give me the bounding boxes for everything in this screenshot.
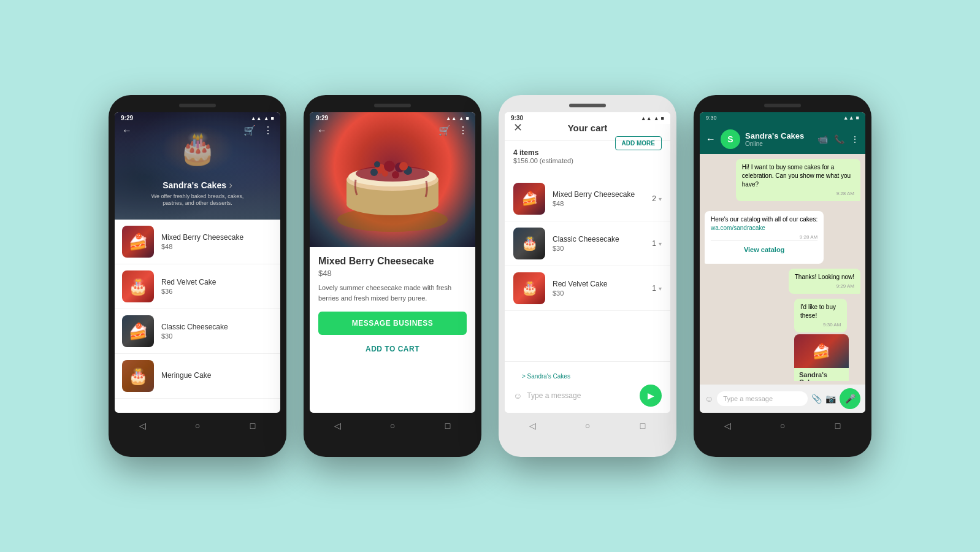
- wa-back-icon[interactable]: ←: [706, 134, 716, 145]
- phone-2-nav: ◁ ○ □: [310, 413, 475, 435]
- wa-messages: Hi! I want to buy some cakes for a celeb…: [700, 154, 865, 381]
- wa-attachment-icon[interactable]: 📎: [811, 394, 822, 404]
- cart-item-3-info: Red Velvet Cake $30: [553, 280, 652, 297]
- cart-message-placeholder[interactable]: Type a message: [527, 391, 635, 400]
- cart-item-2-img: 🎂: [513, 228, 545, 259]
- add-to-cart-button[interactable]: ADD TO CART: [318, 339, 467, 359]
- wa-call-icon[interactable]: 📞: [834, 134, 844, 144]
- phone-2-screen: 9:29 ▲▲ ▲ ■ ← 🛒 ⋮: [310, 112, 475, 413]
- product-toolbar: ← 🛒 ⋮: [310, 125, 475, 136]
- cart-icon-1[interactable]: 🛒: [243, 125, 256, 136]
- add-more-button[interactable]: ADD MORE: [615, 136, 662, 150]
- wa-cart-card-image: 🍰: [794, 334, 849, 368]
- status-time-1: 9:29: [121, 115, 133, 121]
- more-icon-1[interactable]: ⋮: [263, 125, 273, 136]
- cart-item-3-img: 🎂: [513, 272, 545, 304]
- qty-chevron-2: ▾: [659, 240, 662, 247]
- cart-message-input: ☺ Type a message ▶: [513, 385, 662, 407]
- wa-input-field[interactable]: Type a message: [717, 391, 808, 406]
- nav-back-1[interactable]: ◁: [136, 420, 148, 432]
- item-3-emoji: 🍰: [122, 315, 154, 347]
- emoji-icon-cart[interactable]: ☺: [513, 391, 522, 401]
- status-icons-1: ▲▲ ▲ ■: [251, 115, 274, 121]
- status-bar-1: 9:29 ▲▲ ▲ ■: [115, 112, 280, 124]
- wa-message-3-text: Here's our catalog with all of our cakes…: [711, 216, 817, 223]
- nav-recent-2[interactable]: □: [442, 420, 454, 432]
- wa-more-icon[interactable]: ⋮: [851, 134, 859, 144]
- catalog-item-3[interactable]: 🍰 Classic Cheesecake $30: [115, 309, 280, 354]
- wa-contact-info: Sandra's Cakes Online: [745, 131, 813, 147]
- nav-back-4[interactable]: ◁: [721, 420, 733, 432]
- wa-mic-button[interactable]: 🎤: [840, 388, 860, 409]
- cart-item-3: 🎂 Red Velvet Cake $30 1 ▾: [505, 266, 670, 311]
- wa-emoji-icon[interactable]: ☺: [705, 394, 713, 404]
- wa-header: 9:30 ▲▲ ■ ← S Sandra's Cakes Online 📹: [700, 112, 865, 154]
- toolbar-right-1: 🛒 ⋮: [243, 125, 273, 136]
- wa-cart-store-name: Sandra's Cakes: [799, 371, 844, 381]
- back-icon-2[interactable]: ←: [317, 125, 327, 136]
- wa-camera-icon[interactable]: 📷: [825, 394, 836, 404]
- cart-items-list: 🍰 Mixed Berry Cheesecake $48 2 ▾: [505, 177, 670, 311]
- wa-cart-message-container: I'd like to buy these! 9:30 AM 🍰 Sandra'…: [794, 299, 860, 381]
- cart-icon-2[interactable]: 🛒: [438, 125, 451, 136]
- battery-icon-4: ■: [856, 115, 859, 121]
- message-business-button[interactable]: MESSAGE BUSINESS: [318, 312, 467, 335]
- catalog-item-2[interactable]: 🎂 Red Velvet Cake $36: [115, 264, 280, 309]
- wa-message-3: Here's our catalog with all of our cakes…: [705, 211, 824, 264]
- item-3-name: Classic Cheesecake: [161, 323, 273, 331]
- cart-item-3-qty[interactable]: 1 ▾: [652, 284, 662, 293]
- nav-home-2[interactable]: ○: [386, 420, 399, 432]
- item-2-name: Red Velvet Cake: [161, 278, 273, 286]
- status-time-4: 9:30: [706, 115, 717, 121]
- nav-home-1[interactable]: ○: [191, 420, 204, 432]
- item-2-image: 🎂: [122, 270, 154, 302]
- svg-point-11: [382, 171, 388, 177]
- back-icon-1[interactable]: ←: [122, 125, 132, 136]
- item-1-name: Mixed Berry Cheesecake: [161, 233, 273, 242]
- nav-back-2[interactable]: ◁: [331, 420, 343, 432]
- cart-item-1-price: $48: [553, 200, 652, 207]
- phones-container: 9:29 ▲▲ ▲ ■ 🎂 ←: [96, 71, 884, 481]
- item-1-info: Mixed Berry Cheesecake $48: [161, 233, 273, 250]
- wa-contact-status: Online: [745, 140, 813, 147]
- nav-recent-3[interactable]: □: [637, 420, 649, 432]
- cart-item-2-qty[interactable]: 1 ▾: [652, 239, 662, 248]
- svg-point-13: [399, 162, 408, 171]
- product-cake-svg: [331, 125, 454, 235]
- cart-summary-text: 4 items $156.00 (estimated): [513, 148, 573, 164]
- nav-recent-1[interactable]: □: [247, 420, 259, 432]
- item-2-price: $36: [161, 288, 273, 295]
- wa-cart-card: 🍰 Sandra's Cakes 🛒 4 items View cart: [794, 334, 849, 381]
- cart-total: $156.00 (estimated): [513, 157, 573, 164]
- item-4-emoji: 🎂: [122, 360, 154, 392]
- wa-catalog-link[interactable]: wa.com/sandracake: [711, 224, 765, 231]
- wa-message-4-time: 9:29 AM: [795, 283, 854, 289]
- more-icon-2[interactable]: ⋮: [458, 125, 468, 136]
- item-1-emoji: 🍰: [122, 226, 154, 258]
- phone-4-nav: ◁ ○ □: [700, 413, 865, 435]
- cart-title: Your cart: [568, 123, 608, 133]
- phone-2: 9:29 ▲▲ ▲ ■ ← 🛒 ⋮: [304, 95, 481, 457]
- wa-view-catalog-btn[interactable]: View catalog: [711, 240, 817, 259]
- store-name-1: Sandra's Cakes ›: [148, 180, 247, 191]
- catalog-item-1[interactable]: 🍰 Mixed Berry Cheesecake $48: [115, 220, 280, 264]
- wifi-icon-1: ▲: [264, 115, 269, 121]
- signal-icon-1: ▲▲: [251, 115, 262, 121]
- cart-send-button[interactable]: ▶: [640, 385, 662, 407]
- nav-home-3[interactable]: ○: [581, 420, 594, 432]
- item-2-emoji: 🎂: [122, 270, 154, 302]
- nav-recent-4[interactable]: □: [832, 420, 844, 432]
- nav-home-4[interactable]: ○: [776, 420, 789, 432]
- signal-icon-4: ▲▲: [843, 115, 854, 121]
- cart-message-bar: > Sandra's Cakes ☺ Type a message ▶: [505, 361, 670, 413]
- catalog-item-4[interactable]: 🎂 Meringue Cake: [115, 354, 280, 399]
- phone-4-speaker: [764, 104, 801, 107]
- cart-item-1-name: Mixed Berry Cheesecake: [553, 190, 652, 199]
- status-icons-3: ▲▲ ▲ ■: [641, 115, 664, 121]
- cart-item-1-qty[interactable]: 2 ▾: [652, 194, 662, 203]
- wa-video-icon[interactable]: 📹: [817, 134, 828, 144]
- cart-item-2-emoji: 🎂: [513, 228, 545, 259]
- phone-3-speaker: [569, 104, 606, 107]
- nav-back-3[interactable]: ◁: [526, 420, 538, 432]
- product-name: Mixed Berry Cheesecake: [318, 256, 467, 267]
